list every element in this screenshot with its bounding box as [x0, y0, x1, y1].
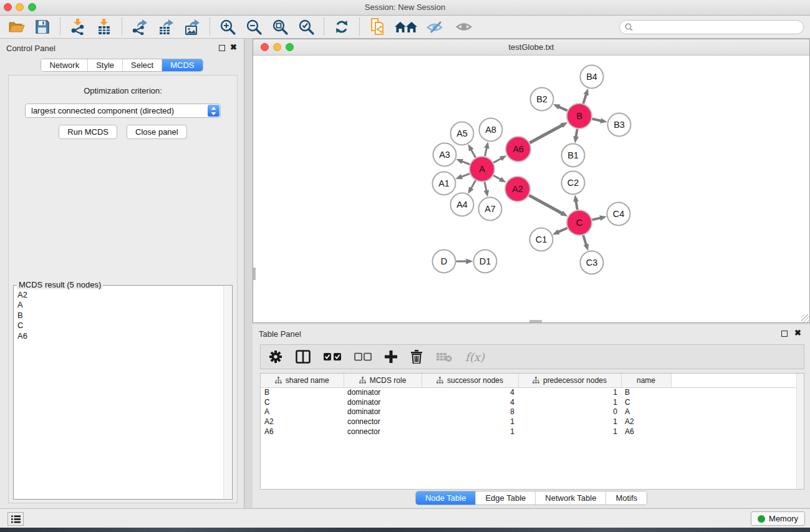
node-B4[interactable] — [581, 65, 604, 89]
cell-mcds-role[interactable]: connector — [344, 417, 422, 427]
tab-network-table[interactable]: Network Table — [535, 491, 605, 505]
zoom-selected-icon[interactable] — [296, 17, 316, 36]
cell-name[interactable]: A6 — [621, 427, 671, 437]
node-C3[interactable] — [581, 251, 604, 274]
select-all-rows-icon[interactable] — [324, 352, 341, 361]
edge-C-C1[interactable] — [558, 228, 567, 233]
cell-predecessor-nodes[interactable]: 1 — [518, 397, 621, 407]
close-network-button[interactable] — [261, 43, 269, 51]
cell-shared-name[interactable]: A2 — [261, 417, 344, 427]
run-mcds-button[interactable]: Run MCDS — [59, 125, 117, 139]
cell-mcds-role[interactable]: dominator — [344, 397, 422, 407]
cell-predecessor-nodes[interactable]: 1 — [518, 427, 621, 437]
edge-B-B1[interactable] — [576, 129, 577, 137]
edge-A-A3[interactable] — [462, 162, 470, 165]
close-panel-button[interactable]: Close panel — [127, 125, 187, 139]
edge-C-C4[interactable] — [592, 218, 601, 220]
cell-mcds-role[interactable]: connector — [344, 427, 422, 437]
node-C1[interactable] — [530, 228, 553, 251]
zoom-fit-icon[interactable] — [270, 17, 290, 36]
node-B3[interactable] — [608, 114, 631, 137]
edge-B-B2[interactable] — [559, 107, 567, 110]
network-window-titlebar[interactable]: testGlobe.txt — [253, 39, 809, 56]
column-header-mcds-role[interactable]: MCDS role — [344, 374, 422, 387]
float-panel-icon[interactable] — [219, 45, 225, 51]
clone-network-icon[interactable] — [367, 17, 387, 36]
export-image-icon[interactable] — [182, 17, 202, 36]
edge-A-A7[interactable] — [485, 182, 486, 191]
result-scrollbar[interactable] — [223, 286, 231, 498]
result-item-b[interactable]: B — [17, 311, 220, 321]
table-row[interactable]: Adominator80A — [261, 407, 796, 417]
save-session-icon[interactable] — [32, 17, 52, 36]
node-A3[interactable] — [433, 143, 456, 167]
result-item-a[interactable]: A — [17, 300, 220, 310]
cell-name[interactable]: A2 — [621, 417, 671, 427]
close-table-panel-icon[interactable]: ✖ — [794, 328, 801, 337]
node-D[interactable] — [433, 250, 456, 273]
search-field[interactable] — [619, 20, 804, 34]
cell-successor-nodes[interactable]: 4 — [422, 397, 518, 407]
close-window-button[interactable] — [4, 3, 12, 11]
vertical-scrollbar[interactable] — [253, 268, 256, 280]
table-settings-gear-icon[interactable] — [269, 350, 282, 364]
edge-A2-C[interactable] — [529, 195, 562, 213]
cell-successor-nodes[interactable]: 4 — [422, 387, 518, 397]
edge-A6-B[interactable] — [530, 125, 562, 143]
horizontal-scrollbar[interactable] — [529, 320, 542, 322]
cell-name[interactable]: A — [621, 407, 671, 417]
float-table-panel-icon[interactable] — [781, 331, 788, 337]
cell-mcds-role[interactable]: dominator — [344, 387, 422, 397]
node-A8[interactable] — [480, 118, 503, 142]
tab-motifs[interactable]: Motifs — [605, 491, 647, 505]
edge-A-A5[interactable] — [471, 150, 475, 158]
cell-successor-nodes[interactable]: 8 — [422, 407, 518, 417]
open-file-icon[interactable] — [6, 17, 26, 36]
zoom-network-button[interactable] — [286, 43, 294, 51]
edge-B-B3[interactable] — [592, 119, 602, 121]
cell-successor-nodes[interactable]: 1 — [422, 417, 518, 427]
import-table-icon[interactable] — [94, 17, 114, 36]
table-row[interactable]: A6connector11A6 — [261, 427, 796, 437]
node-C4[interactable] — [607, 203, 630, 226]
edge-B-B4[interactable] — [583, 94, 586, 104]
minimize-network-button[interactable] — [273, 43, 281, 51]
search-input[interactable] — [636, 22, 798, 31]
cell-shared-name[interactable]: A6 — [261, 427, 344, 437]
node-B2[interactable] — [531, 88, 554, 111]
node-A4[interactable] — [451, 193, 474, 216]
edge-A-A6[interactable] — [493, 158, 501, 163]
column-header-successor-nodes[interactable]: successor nodes — [422, 374, 518, 387]
node-A6[interactable] — [506, 137, 531, 162]
resize-grip[interactable] — [801, 314, 809, 322]
cell-shared-name[interactable]: B — [261, 387, 344, 397]
tab-edge-table[interactable]: Edge Table — [475, 491, 535, 505]
table-row[interactable]: Cdominator41C — [261, 397, 796, 407]
node-A2[interactable] — [505, 177, 530, 201]
edge-A-A4[interactable] — [471, 180, 475, 188]
export-network-icon[interactable] — [130, 17, 150, 36]
node-C[interactable] — [567, 210, 592, 235]
cell-predecessor-nodes[interactable]: 1 — [518, 417, 621, 427]
edge-A-A8[interactable] — [485, 148, 487, 157]
task-history-list-icon[interactable] — [7, 512, 24, 526]
cell-shared-name[interactable]: C — [261, 397, 344, 407]
node-D1[interactable] — [474, 250, 497, 273]
network-canvas[interactable]: B4B2BB3A8A5A6A3B1AA1C2A2A4A7C4CC1C3DD1 — [254, 56, 809, 322]
memory-button[interactable]: Memory — [751, 511, 805, 526]
export-table-icon[interactable] — [156, 17, 176, 36]
node-B1[interactable] — [562, 144, 585, 167]
tab-style[interactable]: Style — [87, 59, 122, 71]
edge-A-A2[interactable] — [493, 175, 501, 180]
node-A[interactable] — [470, 157, 494, 181]
result-item-a6[interactable]: A6 — [17, 331, 220, 341]
cell-name[interactable]: C — [621, 397, 671, 407]
show-columns-icon[interactable] — [296, 350, 311, 364]
node-C2[interactable] — [562, 172, 585, 195]
zoom-in-icon[interactable] — [218, 17, 238, 36]
import-network-icon[interactable] — [68, 17, 88, 36]
zoom-window-button[interactable] — [28, 3, 36, 11]
cell-mcds-role[interactable]: dominator — [344, 407, 422, 417]
edge-A-A1[interactable] — [461, 173, 470, 177]
tab-select[interactable]: Select — [122, 59, 162, 71]
